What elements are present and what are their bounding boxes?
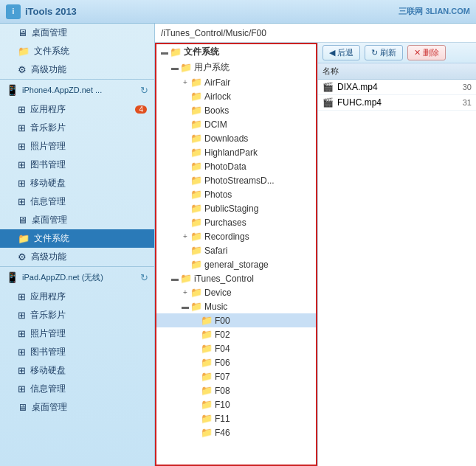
sidebar-item-desktop2[interactable]: 🖥 桌面管理 <box>0 398 154 417</box>
sidebar-item-books2[interactable]: ⊞ 图书管理 <box>0 343 154 361</box>
folder-icon-music: 📁 <box>190 301 202 312</box>
split-pane: ▬ 📁 文件系统 ▬ 📁 用户系统 + 📁 AirFair <box>155 43 476 466</box>
tree-label-recordings: Recordings <box>204 232 249 242</box>
tree-label-downloads: Downloads <box>204 133 248 144</box>
sidebar-item-apps1[interactable]: ⊞ 应用程序 4 <box>0 100 154 119</box>
tree-node-airlock[interactable]: 📁 Airlock <box>156 89 316 103</box>
phone-icon: 📱 <box>6 84 18 96</box>
sidebar-item-apps2[interactable]: ⊞ 应用程序 <box>0 288 154 306</box>
delete-button[interactable]: ✕ 删除 <box>407 45 446 60</box>
tree-node-f00[interactable]: 📁 F00 <box>156 313 316 327</box>
folder-icon-highlandpark: 📁 <box>190 147 202 158</box>
sidebar-item-photos1[interactable]: ⊞ 照片管理 <box>0 137 154 156</box>
tree-node-highlandpark[interactable]: 📁 HighlandPark <box>156 145 316 159</box>
sidebar-item-media1[interactable]: ⊞ 音乐影片 <box>0 119 154 137</box>
path-bar: /iTunes_Control/Music/F00 <box>155 24 476 43</box>
device2-header[interactable]: 📱 iPad.AppZD.net (无线) ↻ <box>0 266 154 288</box>
tree-node-dcim[interactable]: 📁 DCIM <box>156 117 316 131</box>
sidebar-item-disk2[interactable]: ⊞ 移动硬盘 <box>0 361 154 380</box>
folder-icon-safari: 📁 <box>190 245 202 256</box>
tree-label-f46: F46 <box>215 428 230 438</box>
tree-label-f10: F10 <box>215 400 230 410</box>
tree-node-downloads[interactable]: 📁 Downloads <box>156 131 316 145</box>
folder-icon-airlock: 📁 <box>190 91 202 102</box>
fs1-icon: 📁 <box>18 233 30 244</box>
tree-node-itunes-control[interactable]: ▬ 📁 iTunes_Control <box>156 271 316 285</box>
expand-icon-device: + <box>180 288 190 296</box>
folder-icon-f06: 📁 <box>201 357 213 368</box>
device1-name: iPhone4.AppZD.net ... <box>22 86 102 94</box>
tree-node-airfair[interactable]: + 📁 AirFair <box>156 75 316 89</box>
tree-label-airfair: AirFair <box>204 77 230 88</box>
expand-icon-airfair: + <box>180 78 190 86</box>
path-text: /iTunes_Control/Music/F00 <box>161 28 266 38</box>
tree-node-f46[interactable]: 📁 F46 <box>156 425 316 439</box>
back-button[interactable]: ◀ 后退 <box>322 45 360 60</box>
sidebar-item-info1[interactable]: ⊞ 信息管理 <box>0 192 154 211</box>
folder-icon-dcim: 📁 <box>190 119 202 130</box>
main-layout: 🖥 桌面管理 📁 文件系统 ⚙ 高级功能 📱 iPhone4.AppZD.net… <box>0 24 476 466</box>
tree-node-music[interactable]: ▬ 📁 Music <box>156 299 316 313</box>
column-header: 名称 <box>318 63 476 80</box>
device1-sync-icon[interactable]: ↻ <box>140 85 148 96</box>
tree-label-purchases: Purchases <box>204 218 246 228</box>
tree-node-user-sys[interactable]: ▬ 📁 用户系统 <box>156 60 316 75</box>
app-title: iTools 2013 <box>25 6 77 17</box>
tree-node-purchases[interactable]: 📁 Purchases <box>156 215 316 229</box>
expand-icon-user: ▬ <box>170 63 180 72</box>
tree-label-photos: Photos <box>204 189 232 200</box>
folder-icon-recordings: 📁 <box>190 231 202 242</box>
tree-node-f06[interactable]: 📁 F06 <box>156 355 316 369</box>
tree-node-fs-root[interactable]: ▬ 📁 文件系统 <box>156 44 316 60</box>
tree-label-fs-root: 文件系统 <box>184 46 219 58</box>
adv1-icon: ⚙ <box>18 251 27 262</box>
tree-node-safari[interactable]: 📁 Safari <box>156 243 316 257</box>
sidebar-item-filesystem-top[interactable]: 📁 文件系统 <box>0 42 154 60</box>
refresh-button[interactable]: ↻ 刷新 <box>365 45 403 60</box>
sidebar-item-books1[interactable]: ⊞ 图书管理 <box>0 156 154 174</box>
tree-node-f02[interactable]: 📁 F02 <box>156 327 316 341</box>
tree-node-f11[interactable]: 📁 F11 <box>156 411 316 425</box>
sidebar-item-advanced-top[interactable]: ⚙ 高级功能 <box>0 60 154 79</box>
sidebar-item-desktop1[interactable]: 🖥 桌面管理 <box>0 211 154 229</box>
tree-node-device[interactable]: + 📁 Device <box>156 285 316 299</box>
sidebar-item-desktop-top[interactable]: 🖥 桌面管理 <box>0 24 154 42</box>
folder-icon-f02: 📁 <box>201 329 213 340</box>
folder-icon-itunes: 📁 <box>180 273 192 284</box>
sidebar-item-media2[interactable]: ⊞ 音乐影片 <box>0 306 154 324</box>
tree-node-f10[interactable]: 📁 F10 <box>156 397 316 411</box>
sidebar-item-info2[interactable]: ⊞ 信息管理 <box>0 380 154 398</box>
expand-icon-recordings: + <box>180 232 190 240</box>
sidebar-item-disk1[interactable]: ⊞ 移动硬盘 <box>0 174 154 192</box>
tree-node-photostreams[interactable]: 📁 PhotoStreamsD... <box>156 173 316 187</box>
tree-node-publicstaging[interactable]: 📁 PublicStaging <box>156 201 316 215</box>
tree-label-f00: F00 <box>215 316 230 326</box>
folder-icon-f46: 📁 <box>201 427 213 438</box>
sidebar-item-adv1[interactable]: ⚙ 高级功能 <box>0 248 154 266</box>
tree-node-recordings[interactable]: + 📁 Recordings <box>156 229 316 243</box>
tree-label-f11: F11 <box>215 414 230 424</box>
tree-label-f08: F08 <box>215 386 230 396</box>
device2-name: iPad.AppZD.net (无线) <box>22 272 103 283</box>
tree-node-general-storage[interactable]: 📁 general_storage <box>156 257 316 271</box>
tree-node-f07[interactable]: 📁 F07 <box>156 369 316 383</box>
file-row[interactable]: 🎬 DIXA.mp4 30 <box>318 80 476 95</box>
file-name: FUHC.mp4 <box>337 97 435 108</box>
tree-label-f02: F02 <box>215 330 230 340</box>
folder-icon-general: 📁 <box>190 259 202 270</box>
tree-node-photodata[interactable]: 📁 PhotoData <box>156 159 316 173</box>
tree-label-music: Music <box>204 302 227 312</box>
tree-node-books[interactable]: 📁 Books <box>156 103 316 117</box>
books-icon: ⊞ <box>18 159 26 170</box>
tree-label-books: Books <box>204 105 229 116</box>
device1-header[interactable]: 📱 iPhone4.AppZD.net ... ↻ <box>0 79 154 100</box>
tree-node-photos[interactable]: 📁 Photos <box>156 187 316 201</box>
tree-node-f04[interactable]: 📁 F04 <box>156 341 316 355</box>
sidebar-item-fs1[interactable]: 📁 文件系统 <box>0 229 154 248</box>
file-row[interactable]: 🎬 FUHC.mp4 31 <box>318 95 476 111</box>
file-name: DIXA.mp4 <box>337 82 435 92</box>
sidebar-item-photos2[interactable]: ⊞ 照片管理 <box>0 324 154 343</box>
file-size: 31 <box>435 98 472 107</box>
tree-node-f08[interactable]: 📁 F08 <box>156 383 316 397</box>
device2-sync-icon[interactable]: ↻ <box>140 272 148 283</box>
